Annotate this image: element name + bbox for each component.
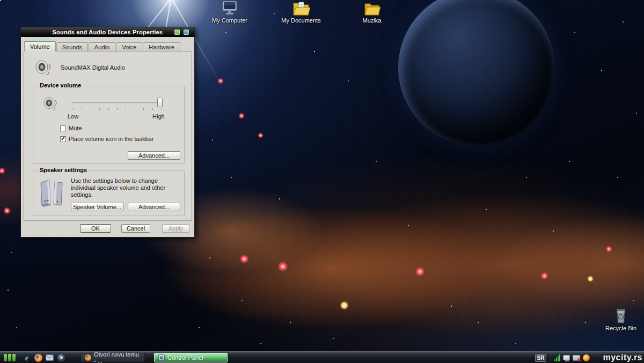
start-button[interactable] (4, 354, 18, 361)
red-star-glow (239, 254, 249, 264)
ok-button[interactable]: OK (80, 224, 111, 233)
my-documents-icon (292, 1, 310, 16)
media-player-icon[interactable] (57, 353, 65, 362)
tab-voice[interactable]: Voice (116, 42, 142, 51)
application-tray-icon[interactable] (583, 354, 590, 361)
network-disconnected-icon[interactable] (573, 355, 580, 361)
desktop-icon-label: Muzika (349, 17, 394, 24)
signal-strength-icon[interactable] (554, 354, 560, 361)
internet-explorer-icon[interactable]: e (23, 353, 31, 362)
device-row: SoundMAX Digital Audio (35, 59, 125, 76)
tab-hardware[interactable]: Hardware (143, 42, 180, 51)
screen: My Computer My Documents Muzika Recycle … (0, 0, 644, 363)
mail-icon-glyph (46, 354, 54, 361)
tray-separator (551, 353, 551, 362)
recycle-bin-icon (614, 308, 627, 324)
firefox-icon[interactable] (34, 353, 42, 362)
star-field (0, 0, 1, 1)
dialog-titlebar[interactable]: Sounds and Audio Devices Properties (21, 27, 194, 37)
folder-icon (363, 1, 381, 16)
desktop-icon-label: My Computer (207, 17, 252, 24)
taskbar-icon-checkbox[interactable] (60, 136, 66, 142)
dialog-title: Sounds and Audio Devices Properties (53, 29, 163, 35)
red-star-glow (605, 246, 612, 253)
slider-low-label: Low (68, 113, 78, 120)
tab-sounds[interactable]: Sounds (56, 42, 88, 51)
red-star-glow (258, 132, 264, 138)
slider-high-label: High (152, 113, 165, 120)
yellow-star-glow (587, 276, 594, 282)
help-button[interactable] (174, 29, 180, 35)
device-name: SoundMAX Digital Audio (61, 64, 125, 71)
desktop-icon-label: My Documents (279, 17, 324, 24)
taskbar-icon-row: Place volume icon in the taskbar (60, 136, 153, 142)
red-star-glow (277, 261, 288, 272)
start-icon (12, 354, 16, 361)
red-star-glow (0, 167, 5, 174)
close-button[interactable] (184, 29, 189, 35)
mail-icon[interactable] (45, 353, 54, 362)
start-icon (4, 354, 7, 361)
desktop-icon-label: Recycle Bin (598, 325, 643, 331)
firefox-icon (85, 354, 91, 361)
taskbar-icon-label: Place volume icon in the taskbar (69, 136, 153, 142)
device-volume-group: Device volume Low High Mute (33, 86, 185, 164)
media-player-icon-glyph (57, 354, 65, 362)
desktop-icon-my-documents[interactable]: My Documents (279, 1, 324, 24)
mute-row: Mute (60, 125, 82, 131)
task-label: Control Panel (167, 354, 203, 361)
volume-slider-thumb[interactable] (157, 98, 163, 107)
my-computer-icon (221, 1, 238, 16)
speaker-volume-button[interactable]: Speaker Volume... (71, 203, 123, 211)
red-star-glow (217, 78, 224, 84)
red-star-glow (3, 207, 11, 214)
mute-checkbox[interactable] (60, 125, 66, 131)
control-panel-icon (158, 354, 165, 361)
firefox-icon-glyph (34, 354, 42, 362)
planet-image (398, 0, 555, 146)
system-tray: SR (535, 352, 644, 363)
display-volume-icon[interactable] (563, 355, 570, 360)
taskbar-task-firefox[interactable]: Otvori novu temu - ... (80, 353, 145, 362)
slider-ticks (73, 108, 162, 110)
desktop-icon-recycle-bin[interactable]: Recycle Bin (598, 308, 643, 331)
red-star-glow (415, 266, 425, 277)
speaker-icon-small (43, 96, 58, 111)
language-indicator[interactable]: SR (535, 354, 546, 362)
volume-tab-page: SoundMAX Digital Audio Device volume Low… (24, 51, 192, 221)
desktop-icon-muzika[interactable]: Muzika (349, 1, 394, 24)
yellow-star-glow (340, 301, 349, 310)
dialog-tabs: Volume Sounds Audio Voice Hardware (24, 41, 181, 51)
apply-button[interactable]: Apply (162, 224, 189, 233)
start-icon (8, 354, 11, 361)
taskbar-task-control-panel[interactable]: Control Panel (154, 353, 228, 362)
tab-audio[interactable]: Audio (89, 42, 115, 51)
taskbar: e Otvori novu temu - ... Control Panel S… (0, 351, 644, 363)
mute-label: Mute (69, 125, 82, 131)
speaker-icon (35, 59, 52, 76)
desktop-icon-my-computer[interactable]: My Computer (207, 1, 252, 24)
group-label: Device volume (38, 82, 83, 88)
cancel-button[interactable]: Cancel (121, 224, 150, 233)
speakers-image (38, 177, 68, 210)
red-star-glow (540, 272, 548, 280)
speaker-settings-group: Speaker settings Use the settings below … (33, 171, 185, 216)
red-star-glow (238, 113, 245, 119)
tab-volume[interactable]: Volume (24, 41, 56, 51)
speaker-settings-description: Use the settings below to change individ… (71, 177, 181, 198)
group-label: Speaker settings (38, 167, 89, 173)
speaker-advanced-button[interactable]: Advanced... (128, 203, 180, 211)
device-advanced-button[interactable]: Advanced... (128, 151, 180, 160)
volume-slider-track[interactable] (72, 102, 162, 104)
sounds-audio-properties-dialog: Sounds and Audio Devices Properties Volu… (20, 27, 195, 238)
task-label: Otvori novu temu - ... (94, 351, 141, 363)
